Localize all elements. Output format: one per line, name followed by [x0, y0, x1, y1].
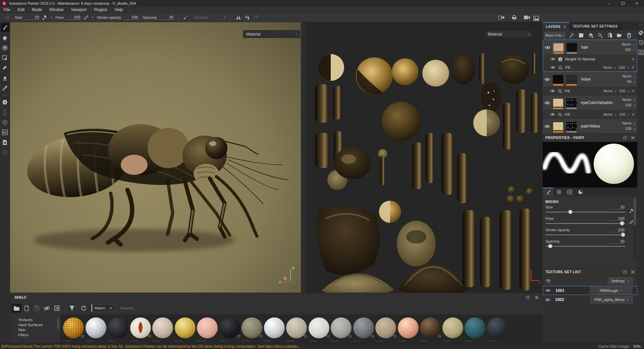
- layer-mask-thumbnail[interactable]: [566, 122, 577, 131]
- shelf-new-file-icon[interactable]: [23, 305, 30, 311]
- spacing-field[interactable]: 20: [159, 15, 175, 20]
- slider-flow[interactable]: Flow100: [545, 216, 634, 227]
- add-mask-icon[interactable]: [607, 33, 613, 38]
- category-skin[interactable]: Skin: [10, 327, 60, 332]
- slider-spacing[interactable]: Spacing20: [545, 239, 634, 250]
- shelf-folder-icon[interactable]: [13, 305, 20, 311]
- effects-tool[interactable]: S: [1, 98, 9, 106]
- material-ball-5[interactable]: [152, 317, 173, 338]
- symmetry-settings-icon[interactable]: [244, 15, 250, 20]
- popout-icon[interactable]: [526, 296, 530, 299]
- symmetry-icon[interactable]: [235, 15, 241, 20]
- viewport-divider[interactable]: [301, 22, 306, 293]
- minimize-button[interactable]: ─: [602, 0, 616, 7]
- material-ball-11[interactable]: [286, 317, 307, 338]
- category-textures[interactable]: Textures: [10, 317, 60, 322]
- material-ball-2[interactable]: [86, 317, 106, 338]
- visibility-eye-icon[interactable]: [550, 113, 555, 116]
- shelf-import-icon[interactable]: [54, 305, 60, 311]
- popout-icon[interactable]: [623, 136, 627, 140]
- add-folder-icon[interactable]: [616, 33, 622, 38]
- chip-close-icon[interactable]: [109, 307, 112, 310]
- close-icon[interactable]: [631, 136, 635, 140]
- tab-texture-set-settings[interactable]: TEXTURE SET SETTINGS: [570, 22, 621, 30]
- menu-mode[interactable]: Mode: [28, 7, 46, 13]
- layer-paleYellow[interactable]: paleYellowNorm ∨100 ∨: [543, 119, 637, 133]
- texture-set-settings-button[interactable]: Settings∨: [608, 278, 633, 284]
- tab-material[interactable]: [575, 188, 586, 196]
- visibility-eye-icon[interactable]: [545, 289, 551, 292]
- visibility-eye-icon[interactable]: [544, 101, 550, 105]
- display-settings-icon[interactable]: [638, 30, 644, 36]
- viewport2d-shader-dropdown[interactable]: Material∨: [485, 30, 533, 38]
- layer-row[interactable]: hairNorm ∨100 ∨: [543, 40, 637, 55]
- remove-effect-icon[interactable]: [632, 90, 635, 92]
- tab-brush[interactable]: [543, 188, 553, 196]
- strip-drag-handle[interactable]: [639, 24, 643, 26]
- shader-dropdown[interactable]: PBR_alpha_Blend ∨: [590, 296, 633, 303]
- paint-tool[interactable]: [1, 23, 9, 32]
- maximize-button[interactable]: [616, 0, 630, 7]
- effect-controls[interactable]: Norm ∨100 ∨: [603, 65, 634, 69]
- material-ball-10[interactable]: [264, 317, 285, 338]
- slider-stroke-opacity[interactable]: Stroke opacity100: [545, 227, 634, 239]
- shader-dropdown[interactable]: PBRRough ∨: [590, 287, 632, 294]
- close-icon[interactable]: [535, 296, 539, 299]
- layer-mask-thumbnail[interactable]: [566, 75, 577, 84]
- properties-scrollbar[interactable]: [634, 198, 636, 260]
- iray-render[interactable]: [1, 138, 9, 147]
- add-layer-icon[interactable]: [588, 33, 594, 38]
- shelf-hide-icon[interactable]: [44, 305, 50, 311]
- history-icon[interactable]: [638, 40, 644, 45]
- clone-tool[interactable]: [1, 73, 9, 82]
- menu-plugins[interactable]: Plugins: [90, 7, 111, 13]
- menu-help[interactable]: Help: [111, 7, 127, 13]
- visibility-eye-icon[interactable]: [545, 298, 550, 302]
- log-icon[interactable]: [638, 50, 644, 55]
- material-ball-15[interactable]: [375, 317, 396, 338]
- viewport-2d-uv[interactable]: Material∨ V U: [306, 22, 543, 293]
- layer-row[interactable]: eyeColorVariationNorm ∨100 ∨: [543, 95, 637, 110]
- visibility-eye-icon[interactable]: [550, 57, 555, 61]
- material-ball-7[interactable]: [197, 317, 218, 338]
- categories-scrollbar[interactable]: [57, 318, 59, 329]
- slider-size[interactable]: Size10: [545, 204, 634, 216]
- eraser-tool[interactable]: [1, 33, 9, 42]
- viewport-3d[interactable]: Material∨ Y X z: [10, 22, 301, 293]
- effect-controls[interactable]: Norm ∨100 ∨: [603, 89, 635, 93]
- refresh-icon[interactable]: [80, 305, 87, 311]
- layer-hair[interactable]: hairNorm ∨100 ∨SHeight To NormalFillNorm…: [543, 40, 637, 72]
- layer-blend-opacity[interactable]: Norm ∨100 ∨: [622, 121, 635, 132]
- material-ball-6[interactable]: [175, 317, 196, 338]
- material-ball-14[interactable]: [353, 317, 374, 338]
- close-icon[interactable]: [563, 25, 566, 28]
- material-ball-13[interactable]: [331, 317, 352, 338]
- filter-chip-materials[interactable]: Materi..: [92, 304, 115, 312]
- effect-controls[interactable]: [632, 58, 634, 60]
- material-ball-19[interactable]: [465, 317, 485, 338]
- split-view-icon[interactable]: [498, 15, 505, 20]
- layer-row[interactable]: paleYellowNorm ∨100 ∨: [543, 119, 637, 133]
- visibility-eye-icon[interactable]: [545, 46, 550, 49]
- menu-viewport[interactable]: Viewport: [67, 7, 90, 13]
- snapshot-image-icon[interactable]: [533, 16, 539, 21]
- effect-controls[interactable]: Norm ∨100 ∨: [603, 112, 635, 116]
- material-ball-4[interactable]: [130, 317, 151, 338]
- stroke-opacity-field[interactable]: 100: [123, 15, 139, 20]
- size-field[interactable]: 10: [24, 15, 40, 20]
- material-ball-16[interactable]: [398, 317, 419, 338]
- material-ball-18[interactable]: [442, 317, 463, 338]
- viewport3d-shader-dropdown[interactable]: Material∨: [243, 30, 300, 38]
- remove-effect-icon[interactable]: [632, 113, 635, 116]
- layer-mask-thumbnail[interactable]: [566, 98, 577, 107]
- remove-effect-icon[interactable]: [632, 58, 634, 60]
- toolbar-drag-handle[interactable]: [5, 16, 9, 19]
- roller-icon[interactable]: [578, 33, 584, 38]
- material-ball-9[interactable]: [241, 317, 262, 338]
- material-ball-20[interactable]: [487, 317, 508, 338]
- visibility-eye-icon[interactable]: [544, 124, 550, 128]
- eye-refresh-icon[interactable]: [545, 279, 551, 283]
- layer-effect-fill[interactable]: FillNorm ∨100 ∨: [543, 63, 637, 71]
- projection-tool[interactable]: [1, 43, 9, 52]
- layer-content-thumbnail[interactable]: [553, 122, 564, 131]
